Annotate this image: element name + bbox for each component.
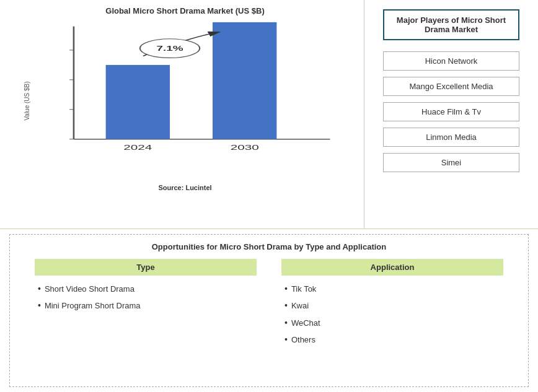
- app-item-4: • Others: [284, 333, 503, 347]
- y-axis-label: Value (US $B): [24, 81, 30, 120]
- application-column: Application • Tik Tok • Kwai • WeChat: [281, 259, 503, 350]
- bullet-icon: •: [38, 282, 41, 295]
- player-item-3: Huace Film & Tv: [383, 102, 519, 121]
- player-item-4: Linmon Media: [383, 128, 519, 147]
- application-header: Application: [281, 259, 503, 276]
- application-items: • Tik Tok • Kwai • WeChat • Others: [281, 282, 503, 350]
- bar-2024: [106, 65, 170, 139]
- bullet-icon: •: [284, 316, 288, 329]
- bullet-icon: •: [284, 298, 288, 312]
- type-items: • Short Video Short Drama • Mini Program…: [35, 282, 257, 316]
- chart-section: Global Micro Short Drama Market (US $B) …: [0, 0, 364, 229]
- opportunities-title: Opportunities for Micro Short Drama by T…: [22, 242, 516, 251]
- bottom-section: Opportunities for Micro Short Drama by T…: [9, 234, 529, 387]
- type-item-2: • Mini Program Short Drama: [38, 298, 257, 313]
- app-item-3: • WeChat: [284, 316, 503, 330]
- app-item-1: • Tik Tok: [284, 282, 503, 296]
- x-label-2030: 2030: [231, 144, 259, 152]
- type-item-1: • Short Video Short Drama: [38, 282, 257, 296]
- type-header: Type: [35, 259, 257, 276]
- player-item-2: Mango Excellent Media: [383, 77, 519, 96]
- chart-title: Global Micro Short Drama Market (US $B): [19, 6, 351, 15]
- chart-area: Value (US $B): [19, 20, 351, 181]
- bullet-icon: •: [284, 333, 288, 346]
- x-label-2024: 2024: [123, 144, 152, 152]
- type-column: Type • Short Video Short Drama • Mini Pr…: [35, 259, 257, 350]
- player-item-5: Simei: [383, 153, 519, 172]
- main-container: Global Micro Short Drama Market (US $B) …: [0, 0, 538, 392]
- players-section: Major Players of Micro Short Drama Marke…: [364, 0, 538, 229]
- bar-chart-svg: 7.1% 2024 2030: [31, 20, 351, 163]
- bullet-icon: •: [284, 282, 288, 295]
- top-section: Global Micro Short Drama Market (US $B) …: [0, 0, 538, 229]
- bar-2030: [213, 22, 276, 139]
- app-item-2: • Kwai: [284, 298, 503, 313]
- player-item-1: Hicon Network: [383, 51, 519, 71]
- bullet-icon: •: [38, 298, 41, 312]
- opportunities-content: Type • Short Video Short Drama • Mini Pr…: [22, 259, 516, 350]
- players-title: Major Players of Micro Short Drama Marke…: [383, 9, 519, 40]
- annotation-text: 7.1%: [156, 45, 183, 52]
- chart-svg-container: 7.1% 2024 2030: [31, 20, 351, 163]
- source-text: Source: Lucintel: [19, 184, 351, 191]
